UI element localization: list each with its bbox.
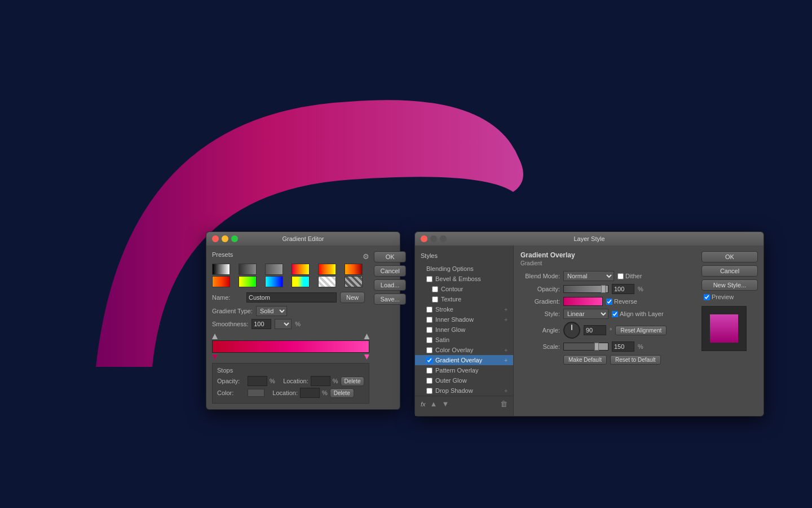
reset-to-default-button[interactable]: Reset to Default — [610, 355, 661, 365]
blend-mode-label: Blend Mode: — [520, 273, 560, 279]
load-button[interactable]: Load... — [374, 279, 405, 291]
contour-checkbox[interactable] — [432, 286, 438, 292]
dither-label[interactable]: Dither — [617, 273, 642, 279]
preset-swatch[interactable] — [345, 276, 363, 287]
new-style-button[interactable]: New Style... — [701, 279, 758, 291]
cancel-button[interactable]: Cancel — [374, 265, 405, 277]
color-delete-button[interactable]: Delete — [330, 388, 354, 398]
color-overlay-checkbox[interactable] — [426, 347, 433, 353]
preset-swatch[interactable] — [265, 264, 283, 275]
preset-swatch[interactable] — [265, 276, 283, 287]
close-button[interactable] — [212, 235, 219, 242]
align-layer-label[interactable]: Align with Layer — [612, 310, 664, 317]
inner-glow-checkbox[interactable] — [426, 327, 433, 333]
stroke-checkbox[interactable] — [426, 306, 433, 313]
outer-glow-checkbox[interactable] — [426, 378, 433, 384]
dither-checkbox[interactable] — [617, 273, 624, 279]
add-effect-button[interactable]: ▲ — [430, 400, 438, 408]
align-layer-checkbox[interactable] — [612, 311, 618, 317]
ok-button[interactable]: OK — [374, 251, 405, 262]
opacity-stops-input[interactable] — [248, 376, 267, 386]
preset-swatch[interactable] — [239, 276, 257, 287]
reverse-label[interactable]: Reverse — [606, 298, 637, 305]
name-input[interactable] — [246, 292, 337, 303]
preview-checkbox-row[interactable]: Preview — [701, 294, 758, 300]
top-stop-right[interactable] — [364, 334, 369, 339]
delete-effect-button[interactable]: 🗑 — [500, 400, 508, 408]
maximize-button[interactable] — [231, 235, 238, 242]
reverse-checkbox[interactable] — [606, 299, 612, 305]
layer-maximize-button[interactable] — [440, 235, 447, 242]
contour-item[interactable]: Contour — [415, 284, 513, 294]
blend-mode-select[interactable]: Normal Multiply Screen — [563, 271, 614, 281]
color-overlay-item[interactable]: Color Overlay + — [415, 345, 513, 355]
pattern-overlay-label: Pattern Overlay — [435, 367, 478, 374]
opacity-input[interactable] — [612, 284, 634, 294]
layer-cancel-button[interactable]: Cancel — [701, 265, 758, 277]
gradient-overlay-checkbox[interactable] — [426, 357, 433, 364]
inner-glow-label: Inner Glow — [435, 326, 465, 333]
gradient-type-label: Gradient Type: — [212, 308, 253, 314]
drop-shadow-checkbox[interactable] — [426, 388, 433, 394]
preset-swatch[interactable] — [318, 264, 336, 275]
drop-shadow-item[interactable]: Drop Shadow + — [415, 386, 513, 396]
inner-shadow-checkbox[interactable] — [426, 317, 433, 323]
texture-checkbox[interactable] — [432, 296, 438, 303]
presets-grid — [212, 264, 369, 287]
satin-checkbox[interactable] — [426, 337, 433, 343]
scale-unit: % — [638, 343, 643, 350]
name-label: Name: — [212, 294, 243, 301]
opacity-slider[interactable] — [563, 285, 608, 293]
preset-swatch[interactable] — [212, 276, 230, 287]
smoothness-unit: % — [295, 321, 301, 327]
gradient-preview[interactable] — [563, 297, 603, 306]
remove-effect-button[interactable]: ▼ — [442, 400, 449, 408]
bottom-stop-right[interactable] — [364, 354, 369, 360]
texture-item[interactable]: Texture — [415, 294, 513, 304]
angle-dial[interactable] — [563, 322, 580, 339]
gradient-bar[interactable] — [212, 340, 369, 353]
preset-swatch[interactable] — [345, 264, 363, 275]
new-button[interactable]: New — [340, 292, 365, 303]
stroke-item[interactable]: Stroke + — [415, 304, 513, 314]
outer-glow-item[interactable]: Outer Glow — [415, 375, 513, 386]
settings-panel: Gradient Overlay Gradient Blend Mode: No… — [514, 246, 701, 416]
reset-alignment-button[interactable]: Reset Alignment — [615, 326, 667, 335]
gear-icon[interactable]: ⚙ — [363, 252, 369, 261]
bevel-emboss-item[interactable]: Bevel & Emboss — [415, 274, 513, 284]
style-select[interactable]: Linear Radial Angle — [563, 309, 608, 319]
smoothness-dropdown[interactable] — [275, 319, 292, 329]
color-swatch[interactable] — [248, 389, 264, 397]
satin-item[interactable]: Satin — [415, 335, 513, 345]
pattern-overlay-item[interactable]: Pattern Overlay — [415, 365, 513, 375]
top-stop-left[interactable] — [212, 334, 218, 339]
make-default-button[interactable]: Make Default — [563, 355, 607, 365]
gradient-overlay-item[interactable]: Gradient Overlay + — [415, 355, 513, 365]
layer-close-button[interactable] — [421, 235, 427, 242]
color-location-input[interactable] — [300, 388, 320, 398]
bottom-stop-left[interactable] — [212, 354, 218, 360]
blending-options-item[interactable]: Blending Options — [415, 264, 513, 274]
styles-panel: Styles Blending Options Bevel & Emboss C… — [415, 246, 514, 416]
preset-swatch[interactable] — [292, 264, 310, 275]
pattern-overlay-checkbox[interactable] — [426, 367, 433, 374]
scale-slider[interactable] — [563, 343, 608, 351]
preset-swatch[interactable] — [318, 276, 336, 287]
angle-input[interactable] — [584, 325, 606, 335]
preview-checkbox[interactable] — [704, 294, 710, 300]
smoothness-input[interactable] — [251, 319, 271, 329]
opacity-location-input[interactable] — [311, 376, 330, 386]
layer-ok-button[interactable]: OK — [701, 251, 758, 262]
preset-swatch[interactable] — [239, 264, 257, 275]
inner-glow-item[interactable]: Inner Glow — [415, 325, 513, 335]
preset-swatch[interactable] — [292, 276, 310, 287]
bevel-emboss-checkbox[interactable] — [426, 276, 433, 282]
save-button[interactable]: Save... — [374, 294, 405, 305]
scale-input[interactable] — [612, 341, 634, 352]
inner-shadow-item[interactable]: Inner Shadow + — [415, 314, 513, 325]
layer-minimize-button[interactable] — [430, 235, 437, 242]
gradient-type-select[interactable]: Solid Noise — [256, 306, 287, 316]
opacity-delete-button[interactable]: Delete — [341, 376, 365, 386]
minimize-button[interactable] — [222, 235, 228, 242]
preset-swatch[interactable] — [212, 264, 230, 275]
